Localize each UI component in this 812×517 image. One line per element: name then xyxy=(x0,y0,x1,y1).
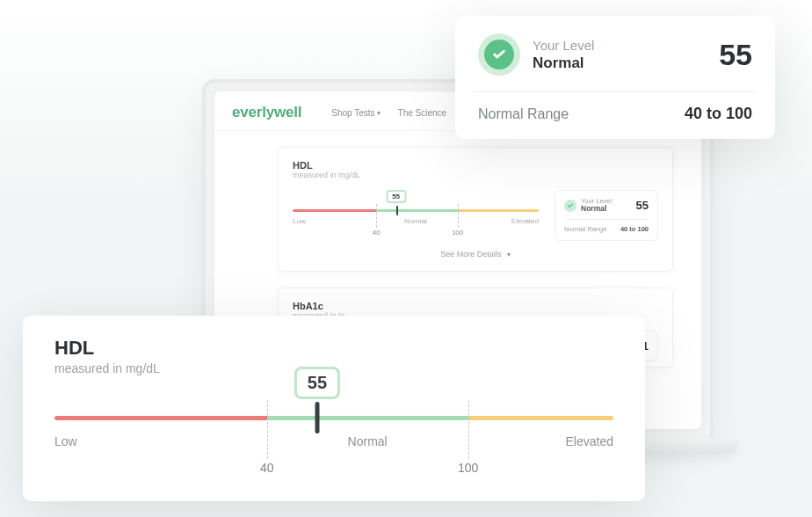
range-scale: 55 Low Normal Elevated 40 100 xyxy=(54,416,613,477)
see-more-button[interactable]: See More Details ▾ xyxy=(293,241,658,262)
panel-title: HDL xyxy=(293,160,658,171)
range-label-elevated: Elevated xyxy=(566,434,613,448)
range-label-normal: Normal xyxy=(348,434,388,448)
level-value: 55 xyxy=(719,38,752,72)
nav-item-label: Shop Tests xyxy=(331,108,374,118)
range-scale: 55 Low Normal Elevated 40 100 xyxy=(293,192,539,239)
range-segment-normal xyxy=(376,209,457,212)
brand-logo[interactable]: everlywell xyxy=(232,104,301,121)
range-label-normal: Normal xyxy=(404,217,427,225)
see-more-label: See More Details xyxy=(440,250,501,258)
nav-menu: Shop Tests ▾ The Science xyxy=(331,108,446,118)
level-card: Your Level Normal 55 Normal Range 40 to … xyxy=(555,190,658,241)
check-icon xyxy=(478,33,520,76)
level-status: Normal xyxy=(581,205,612,213)
range-segment-elevated xyxy=(458,209,539,212)
value-marker xyxy=(396,206,398,215)
nav-item-shop[interactable]: Shop Tests ▾ xyxy=(331,108,380,118)
card-title: HDL xyxy=(54,337,613,360)
range-divider xyxy=(267,400,268,459)
range-tick-low: 40 xyxy=(260,461,274,475)
hdl-detail-card: HDL measured in mg/dL 55 Low Normal Elev… xyxy=(23,316,645,501)
range-label: Normal Range xyxy=(564,225,606,233)
result-panel-hdl: HDL measured in mg/dL 55 xyxy=(278,147,673,272)
chevron-down-icon: ▾ xyxy=(377,109,381,117)
chevron-down-icon: ▾ xyxy=(507,251,511,258)
range-divider xyxy=(468,400,469,459)
level-summary-card: Your Level Normal 55 Normal Range 40 to … xyxy=(455,16,775,139)
panel-title: HbA1c xyxy=(293,301,658,311)
level-value: 55 xyxy=(636,199,649,212)
nav-item-label: The Science xyxy=(398,108,447,118)
value-marker xyxy=(315,402,319,433)
level-label: Your Level xyxy=(533,38,707,53)
panel-subtitle: measured in mg/dL xyxy=(293,171,658,179)
value-badge: 55 xyxy=(386,190,406,203)
value-badge: 55 xyxy=(294,367,340,399)
range-tick-low: 40 xyxy=(373,229,381,237)
range-label-low: Low xyxy=(293,217,306,225)
level-status: Normal xyxy=(533,55,707,72)
check-icon xyxy=(564,200,576,212)
range-label-low: Low xyxy=(54,434,77,448)
range-segment-low xyxy=(293,209,376,212)
range-label-elevated: Elevated xyxy=(511,217,539,225)
range-segment-low xyxy=(54,416,267,420)
range-tick-high: 100 xyxy=(458,461,478,475)
nav-item-science[interactable]: The Science xyxy=(398,108,447,118)
divider xyxy=(473,91,758,92)
range-value: 40 to 100 xyxy=(620,225,649,233)
range-value: 40 to 100 xyxy=(685,105,752,123)
range-segment-elevated xyxy=(468,416,613,420)
range-label: Normal Range xyxy=(478,106,569,122)
range-segment-normal xyxy=(267,416,468,420)
range-tick-high: 100 xyxy=(452,229,463,237)
